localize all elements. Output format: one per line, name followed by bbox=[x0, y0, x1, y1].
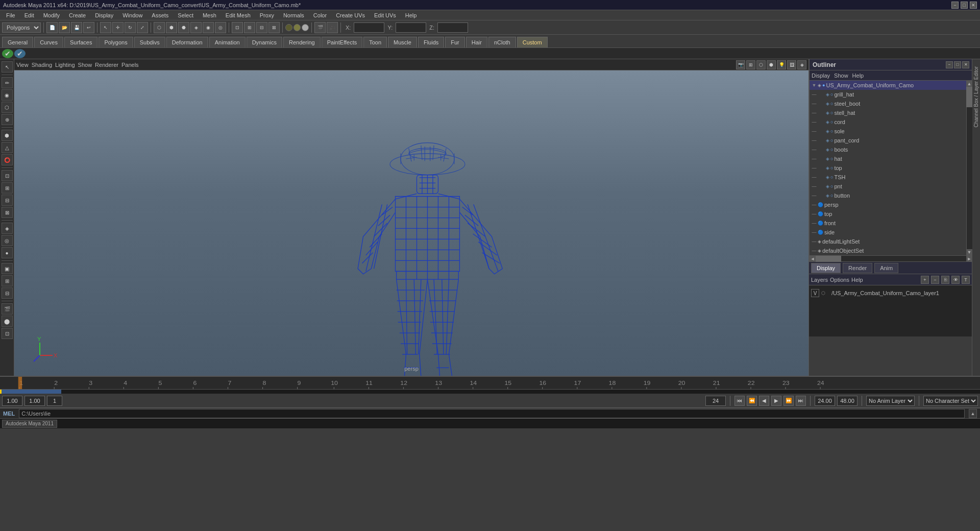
mode-dropdown[interactable]: Polygons bbox=[2, 22, 41, 33]
vp-menu-panels[interactable]: Panels bbox=[121, 62, 139, 68]
tree-item-defaultobjectset[interactable]: — ◈ defaultObjectSet bbox=[810, 246, 966, 255]
vp-menu-show[interactable]: Show bbox=[78, 62, 92, 68]
layers-menu-help[interactable]: Help bbox=[851, 277, 863, 283]
play-back-btn[interactable]: ◀ bbox=[759, 396, 769, 406]
menu-display[interactable]: Display bbox=[91, 11, 117, 19]
tab-curves[interactable]: Curves bbox=[34, 37, 63, 47]
outliner-menu-show[interactable]: Show bbox=[834, 73, 848, 79]
tab-polygons[interactable]: Polygons bbox=[99, 37, 133, 47]
menu-mesh[interactable]: Mesh bbox=[199, 11, 220, 19]
menu-normals[interactable]: Normals bbox=[279, 11, 308, 19]
frame-start-input[interactable] bbox=[2, 396, 22, 406]
snap-to-point[interactable]: ⊟ bbox=[2, 195, 13, 206]
outliner-minimize-btn[interactable]: − bbox=[946, 61, 953, 68]
new-scene-btn[interactable]: 📄 bbox=[46, 22, 58, 33]
outliner-menu-display[interactable]: Display bbox=[812, 73, 830, 79]
deform-btn[interactable]: ⬡ bbox=[2, 102, 13, 113]
outliner-menu-help[interactable]: Help bbox=[852, 73, 864, 79]
layout-4[interactable]: ⊟ bbox=[2, 287, 13, 299]
layer-delete-btn[interactable]: − bbox=[931, 276, 939, 284]
isolate-select[interactable]: ◈ bbox=[2, 223, 13, 234]
tab-toon[interactable]: Toon bbox=[363, 37, 387, 47]
close-button[interactable]: ✕ bbox=[970, 2, 977, 9]
menu-color[interactable]: Color bbox=[309, 11, 331, 19]
tab-hair[interactable]: Hair bbox=[466, 37, 487, 47]
layer-new-btn[interactable]: + bbox=[921, 276, 929, 284]
scroll-left-btn[interactable]: ◄ bbox=[810, 256, 816, 262]
layer-copy-btn[interactable]: ⎘ bbox=[941, 276, 949, 284]
tree-item-root[interactable]: ▼ ◈ ● US_Army_Combat_Uniform_Camo bbox=[810, 81, 966, 90]
minimize-button[interactable]: − bbox=[951, 2, 959, 9]
maximize-button[interactable]: □ bbox=[961, 2, 968, 9]
vp-wire-btn[interactable]: ⬡ bbox=[756, 60, 766, 69]
layers-menu-layers[interactable]: Layers bbox=[811, 277, 828, 283]
char-set-select[interactable]: No Character Set bbox=[923, 396, 978, 406]
tree-item-top[interactable]: — ◈ ○ top bbox=[810, 163, 966, 173]
scroll-down-btn[interactable]: ▼ bbox=[966, 249, 972, 255]
vp-light-btn[interactable]: 💡 bbox=[777, 60, 786, 69]
menu-help[interactable]: Help bbox=[401, 11, 421, 19]
snap3[interactable]: ⊟ bbox=[256, 22, 267, 33]
menu-file[interactable]: File bbox=[2, 11, 19, 19]
menu-proxy[interactable]: Proxy bbox=[256, 11, 278, 19]
script-expand-btn[interactable]: ▲ bbox=[969, 409, 977, 418]
range-end-input[interactable] bbox=[705, 396, 726, 406]
step-forward-btn[interactable]: ⏩ bbox=[783, 396, 794, 406]
snap-to-grid[interactable]: ⊡ bbox=[2, 170, 13, 181]
tree-item-sole[interactable]: — ◈ ○ sole bbox=[810, 127, 966, 136]
command-input-area[interactable]: C:\Users\lie bbox=[19, 409, 965, 418]
tab-muscle[interactable]: Muscle bbox=[388, 37, 417, 47]
coord-x-input[interactable] bbox=[354, 22, 384, 33]
tool5[interactable]: ◉ bbox=[203, 22, 214, 33]
menu-edit-uvs[interactable]: Edit UVs bbox=[370, 11, 400, 19]
vp-shader-btn[interactable]: ◈ bbox=[797, 60, 806, 69]
show-sel[interactable]: ● bbox=[2, 247, 13, 258]
vp-shade-btn[interactable]: ⬢ bbox=[767, 60, 776, 69]
tree-item-steelboot[interactable]: — ◈ ○ steel_boot bbox=[810, 99, 966, 108]
coord-z-input[interactable] bbox=[437, 22, 468, 33]
timeline-ruler[interactable]: 1 2 3 4 5 6 7 8 9 10 11 12 13 14 15 16 1… bbox=[0, 376, 980, 390]
scale-tool[interactable]: ⤢ bbox=[137, 22, 148, 33]
scroll-thumb[interactable] bbox=[966, 87, 972, 107]
tab-surfaces[interactable]: Surfaces bbox=[64, 37, 97, 47]
move-tool[interactable]: ✛ bbox=[112, 22, 124, 33]
taskbar-app[interactable]: Autodesk Maya 2011 bbox=[2, 420, 57, 428]
tab-general[interactable]: General bbox=[2, 37, 33, 47]
tool1[interactable]: ⬡ bbox=[154, 22, 165, 33]
outliner-scrollbar[interactable]: ▲ ▼ bbox=[966, 81, 972, 255]
tool-c[interactable]: △ bbox=[2, 142, 13, 153]
go-to-start-btn[interactable]: ⏮ bbox=[734, 396, 745, 406]
tab-dynamics[interactable]: Dynamics bbox=[247, 37, 282, 47]
snap1[interactable]: ⊡ bbox=[232, 22, 243, 33]
outliner-close-btn[interactable]: ✕ bbox=[962, 61, 969, 68]
menu-window[interactable]: Window bbox=[118, 11, 146, 19]
save-btn[interactable]: 💾 bbox=[71, 22, 82, 33]
layer-item[interactable]: V ⬡ /US_Army_Combat_Uniform_Camo_layer1 bbox=[811, 287, 970, 299]
menu-modify[interactable]: Modify bbox=[39, 11, 64, 19]
menu-edit[interactable]: Edit bbox=[20, 11, 38, 19]
light3[interactable] bbox=[302, 24, 309, 31]
layers-menu-options[interactable]: Options bbox=[830, 277, 849, 283]
tree-item-front[interactable]: — 🔵 front bbox=[810, 219, 966, 228]
hypershade[interactable]: ⬤ bbox=[2, 316, 13, 327]
menu-edit-mesh[interactable]: Edit Mesh bbox=[222, 11, 255, 19]
tree-item-tsh[interactable]: — ◈ ○ TSH bbox=[810, 173, 966, 182]
tree-item-pantcord[interactable]: — ◈ ○ pant_cord bbox=[810, 136, 966, 145]
mode-icon-2[interactable]: ✔ bbox=[14, 49, 26, 58]
tab-animation[interactable]: Animation bbox=[209, 37, 246, 47]
vp-menu-view[interactable]: View bbox=[16, 62, 29, 68]
coord-y-input[interactable] bbox=[396, 22, 426, 33]
open-btn[interactable]: 📂 bbox=[59, 22, 70, 33]
tree-item-persp[interactable]: — 🔵 persp bbox=[810, 200, 966, 209]
layer-template-btn[interactable]: T bbox=[962, 276, 970, 284]
layout-2[interactable]: ⊞ bbox=[2, 275, 13, 286]
vp-tex-btn[interactable]: 🖼 bbox=[787, 60, 796, 69]
hide-sel[interactable]: ◎ bbox=[2, 235, 13, 246]
undo-btn[interactable]: ↩ bbox=[83, 22, 94, 33]
snap-to-view[interactable]: ⊠ bbox=[2, 207, 13, 218]
tree-item-button[interactable]: — ◈ ○ button bbox=[810, 191, 966, 200]
tree-item-pnt[interactable]: — ◈ ○ pnt bbox=[810, 182, 966, 191]
render-view[interactable]: 🎬 bbox=[2, 303, 13, 315]
tool-b[interactable]: ⬢ bbox=[2, 130, 13, 141]
layout-single[interactable]: ▣ bbox=[2, 263, 13, 274]
